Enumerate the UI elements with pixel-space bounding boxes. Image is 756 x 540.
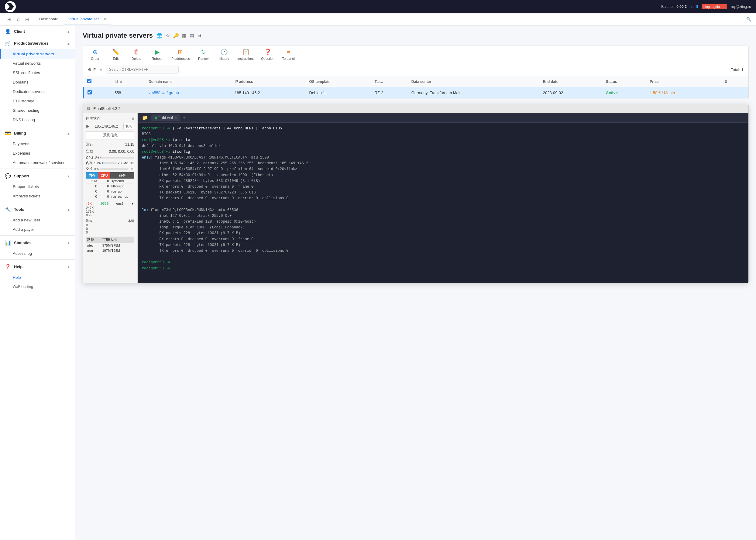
terminal-window: 🖥 FinalShell 4.2.2 同步状态 IP 185.149.146.2 — [82, 104, 749, 283]
sys-info-button[interactable]: 系统信息 — [86, 131, 134, 139]
sidebar-item-ftp[interactable]: FTP storage — [0, 96, 75, 106]
globe-icon[interactable]: 🌐 — [156, 33, 163, 39]
sidebar-item-expenses[interactable]: Expenses — [0, 149, 75, 158]
sidebar-item-waf[interactable]: WaF hosting — [0, 282, 75, 291]
delete-button[interactable]: 🗑 Delete — [129, 49, 144, 61]
more-options-icon[interactable]: ⋯ — [724, 90, 729, 95]
sidebar-item-access-log[interactable]: Access log — [0, 249, 75, 258]
proc-cmd: rcu_par_gp — [110, 194, 134, 199]
col-datacenter[interactable]: Data center — [408, 76, 539, 87]
output-1: BIOS — [142, 132, 151, 136]
net-iface-chevron-icon[interactable]: ▼ — [131, 202, 134, 205]
page-header: Virtual private servers 🌐 ☆ 🔑 ▦ ▤ 🖨 — [82, 32, 749, 40]
col-actions: ⚙ — [720, 76, 748, 87]
sidebar-products-header[interactable]: 🛒 Products/Services ▲ — [0, 37, 75, 49]
columns-icon[interactable]: ▤ — [190, 33, 194, 39]
output-2: default via 10.0.0.1 dev ens3 onlink — [142, 144, 221, 148]
sidebar-item-dedicated[interactable]: Dedicated servers — [0, 87, 75, 96]
terminal-title: FinalShell 4.2.2 — [93, 106, 121, 111]
sidebar-item-help[interactable]: Help — [0, 273, 75, 282]
col-status[interactable]: Status — [602, 76, 646, 87]
sidebar-tools-header[interactable]: 🔧 Tools ▲ — [0, 203, 75, 215]
col-price[interactable]: Price — [646, 76, 720, 87]
help-icon: ❓ — [5, 264, 11, 270]
sidebar-item-ssl[interactable]: SSL certificates — [0, 68, 75, 77]
col-os[interactable]: OS template — [305, 76, 371, 87]
sidebar-help-header[interactable]: ❓ Help ▲ — [0, 261, 75, 273]
select-all-checkbox[interactable] — [87, 79, 91, 83]
sidebar-billing-header[interactable]: 💳 Billing ▲ — [0, 127, 75, 139]
briefcase-icon[interactable]: ⊟ — [25, 16, 29, 22]
sidebar-item-archived-tickets[interactable]: Archived tickets — [0, 191, 75, 201]
ping-0: 0 — [86, 223, 134, 227]
prompt-4: root@vm558:~# — [142, 260, 171, 265]
process-header-row: 内存 CPU 命令 — [86, 172, 134, 179]
disk-header-row: 路径 可用/大小 — [86, 237, 134, 243]
cpu-bar-bg — [100, 157, 134, 159]
star-page-icon[interactable]: ☆ — [166, 33, 170, 39]
star-icon[interactable]: ☆ — [16, 16, 20, 22]
terminal-tab-dd-waf[interactable]: 1 dd-waf × — [151, 114, 180, 121]
terminal-output[interactable]: root@vm558:~# [ -d /sys/firmware/efi ] &… — [138, 123, 748, 283]
col-domain[interactable]: Domain name — [145, 76, 231, 87]
sidebar-item-virtual-networks[interactable]: Virtual networks — [0, 59, 75, 68]
col-tar[interactable]: Tar... — [371, 76, 408, 87]
row-domain[interactable]: vm558.waf.group — [145, 87, 231, 99]
sidebar-item-add-user[interactable]: Add a new user — [0, 215, 75, 225]
reboot-button[interactable]: ▶ Reboot — [150, 48, 164, 61]
question-button[interactable]: ❓ Question — [260, 48, 275, 61]
order-button[interactable]: ⊕ Order — [88, 48, 102, 61]
sidebar-item-support-tickets[interactable]: Support tickets — [0, 182, 75, 191]
terminal-tabs: 📁 1 dd-waf × + — [138, 113, 748, 123]
row-price: 1.58 € / Month — [646, 87, 720, 99]
sidebar-stats-header[interactable]: 📊 Statistics ▲ — [0, 237, 75, 249]
table-row[interactable]: 558 vm558.waf.group 185.149.146.2 Debian… — [83, 87, 749, 99]
sidebar-item-payments[interactable]: Payments — [0, 139, 75, 149]
table-icon[interactable]: ▦ — [182, 33, 187, 39]
process-col-mem[interactable]: 内存 — [86, 172, 98, 179]
sidebar-support-header[interactable]: 💬 Support ▲ — [0, 170, 75, 182]
to-panel-button[interactable]: 🖥 To panel — [281, 49, 296, 61]
tab-close-icon[interactable]: × — [175, 116, 177, 120]
tab-dashboard[interactable]: Dashboard — [34, 13, 64, 25]
col-enddate[interactable]: End date — [539, 76, 602, 87]
ping-row: 0ms 本机 — [86, 219, 134, 223]
disk-size: 197M/198M — [101, 248, 134, 253]
edit-button[interactable]: ✏️ Edit — [108, 48, 123, 61]
refill-link[interactable]: refill — [691, 5, 698, 9]
row-more[interactable]: ⋯ — [720, 87, 748, 99]
col-ip[interactable]: IP address — [231, 76, 305, 87]
tab-label: 1 dd-waf — [159, 116, 173, 120]
col-id[interactable]: Id ⇅ — [111, 76, 145, 87]
filter-button[interactable]: ⚙ Filter — [88, 68, 102, 72]
tab-close-button[interactable]: × — [104, 17, 106, 21]
sidebar-client-header[interactable]: 👤 Client ▲ — [0, 26, 75, 37]
logo[interactable] — [5, 1, 16, 12]
mem-row: 内存 10% 200M/1.9G — [86, 161, 134, 165]
process-col-cpu[interactable]: CPU — [98, 172, 110, 179]
folder-icon[interactable]: 📁 — [140, 114, 150, 121]
row-checkbox[interactable] — [87, 90, 92, 94]
print-icon[interactable]: 🖨 — [197, 33, 202, 39]
sidebar-item-shared[interactable]: Shared hosting — [0, 106, 75, 115]
sidebar-item-vps[interactable]: Virtual private servers — [0, 49, 75, 59]
terminal-window-icon: 🖥 — [86, 106, 91, 111]
sidebar-item-dns[interactable]: DNS hosting — [0, 115, 75, 124]
instructions-button[interactable]: 📋 Instructions — [237, 48, 254, 61]
content-inner: Virtual private servers 🌐 ☆ 🔑 ▦ ▤ 🖨 ⊕ Or… — [76, 26, 756, 289]
ip-addresses-button[interactable]: ⊞ IP addresses — [171, 48, 190, 61]
history-button[interactable]: 🕐 History — [217, 48, 231, 61]
search-input[interactable] — [106, 66, 179, 73]
sidebar-item-add-payer[interactable]: Add a payer — [0, 225, 75, 234]
renew-button[interactable]: ↻ Renew — [196, 48, 211, 61]
sidebar-item-domains[interactable]: Domains — [0, 77, 75, 87]
wrench-icon[interactable]: 🔑 — [173, 33, 179, 39]
secondary-navbar: ⊞ ☆ ⊟ Dashboard Virtual private ser... ×… — [0, 13, 756, 26]
copy-ip-button[interactable]: 复制 — [123, 123, 134, 129]
sidebar-item-auto-renewal[interactable]: Automatic renewal of services — [0, 158, 75, 167]
search-nav[interactable]: 🔍 — [741, 13, 756, 25]
tab-vps[interactable]: Virtual private ser... × — [64, 13, 111, 25]
grid-icon[interactable]: ⊞ — [7, 16, 11, 22]
add-tab-icon[interactable]: + — [181, 115, 187, 121]
process-col-cmd[interactable]: 命令 — [110, 172, 134, 179]
